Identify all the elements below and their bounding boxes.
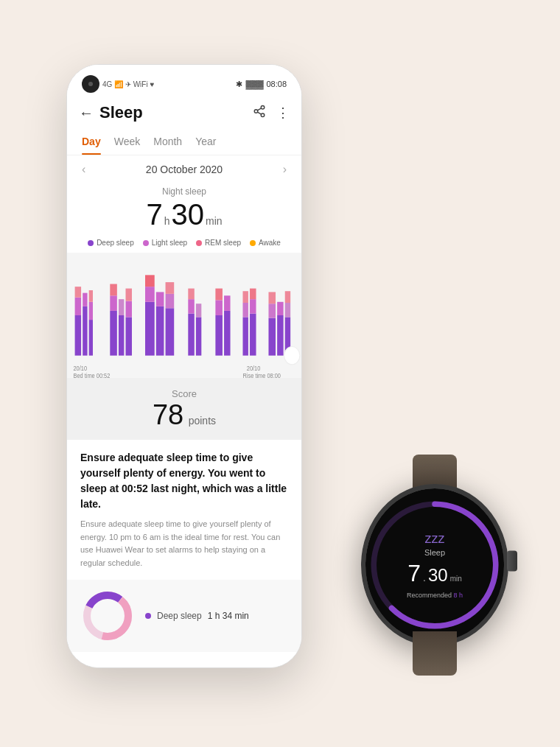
- svg-point-59: [284, 347, 300, 365]
- svg-rect-25: [145, 275, 155, 287]
- signal-text: 4G 📶 ✈ WiFi ♥: [102, 80, 154, 88]
- date-navigator: ‹ 20 October 2020 ›: [67, 155, 301, 183]
- svg-rect-8: [75, 298, 81, 315]
- donut-legend: Deep sleep 1 h 34 min: [145, 611, 249, 621]
- time-display: 08:08: [266, 80, 287, 88]
- deep-sleep-dot: [88, 240, 94, 246]
- tab-day[interactable]: Day: [82, 130, 101, 155]
- svg-rect-31: [188, 314, 194, 356]
- svg-rect-34: [196, 317, 201, 355]
- watch-hours: 7: [407, 560, 421, 587]
- rem-sleep-dot: [196, 240, 202, 246]
- svg-rect-7: [75, 315, 81, 356]
- watch-minutes: 30: [428, 565, 448, 586]
- tab-year[interactable]: Year: [195, 130, 216, 155]
- svg-rect-44: [250, 314, 256, 356]
- svg-point-2: [254, 109, 258, 113]
- page-title: Sleep: [99, 103, 253, 122]
- status-bar: 4G 📶 ✈ WiFi ♥ ✱ ▓▓▓ 08:08: [67, 65, 301, 99]
- svg-rect-26: [156, 306, 164, 356]
- svg-point-1: [261, 105, 265, 109]
- svg-rect-16: [110, 295, 117, 311]
- donut-deep-time: 1 h 34 min: [208, 611, 249, 621]
- svg-rect-24: [145, 287, 155, 302]
- svg-rect-29: [166, 294, 175, 308]
- svg-rect-19: [119, 299, 124, 315]
- svg-rect-40: [224, 295, 230, 311]
- svg-rect-39: [224, 311, 230, 356]
- tab-month[interactable]: Month: [153, 130, 182, 155]
- back-button[interactable]: ←: [79, 105, 94, 122]
- more-button[interactable]: ⋮: [276, 105, 290, 121]
- watch-body: zzz Sleep 7 . 30 min Recommended 8 h: [361, 484, 508, 646]
- donut-deep-label: Deep sleep: [157, 611, 202, 621]
- svg-rect-43: [243, 291, 248, 303]
- svg-rect-38: [215, 289, 223, 301]
- svg-rect-17: [110, 284, 117, 296]
- watch-min-unit: min: [450, 575, 462, 583]
- battery-icon: ▓▓▓: [245, 80, 263, 88]
- watch-time-display: 7 . 30 min: [407, 560, 462, 587]
- svg-point-3: [261, 113, 265, 117]
- awake-dot: [250, 240, 256, 246]
- prev-date-button[interactable]: ‹: [82, 163, 85, 176]
- watch-sleep-label: Sleep: [424, 548, 445, 557]
- description-section: Ensure adequate sleep time to give yours…: [67, 440, 301, 580]
- svg-text:Bed time 00:52: Bed time 00:52: [73, 373, 110, 378]
- svg-rect-28: [166, 308, 175, 355]
- scene: 4G 📶 ✈ WiFi ♥ ✱ ▓▓▓ 08:08 ← Sleep: [22, 35, 538, 712]
- app-header: ← Sleep ⋮: [67, 99, 301, 130]
- score-label: Score: [82, 388, 287, 399]
- donut-section: Deep sleep 1 h 34 min: [67, 580, 301, 652]
- svg-rect-9: [75, 287, 81, 298]
- next-date-button[interactable]: ›: [283, 163, 287, 176]
- legend-awake: Awake: [250, 239, 281, 247]
- svg-text:20/10: 20/10: [247, 365, 261, 373]
- smartwatch: zzz Sleep 7 . 30 min Recommended 8 h: [346, 462, 523, 668]
- svg-rect-46: [250, 289, 256, 300]
- svg-rect-45: [250, 299, 256, 313]
- legend-rem: REM sleep: [196, 239, 241, 247]
- svg-rect-48: [268, 304, 276, 318]
- watch-screen: zzz Sleep 7 . 30 min Recommended 8 h: [365, 488, 504, 642]
- watch-band-bottom: [413, 631, 457, 676]
- svg-rect-37: [215, 300, 223, 315]
- current-date: 20 October 2020: [146, 164, 223, 175]
- legend-deep: Deep sleep: [88, 239, 134, 247]
- share-button[interactable]: [253, 105, 266, 122]
- score-unit: points: [189, 415, 216, 427]
- svg-rect-6: [67, 253, 301, 378]
- svg-rect-23: [145, 302, 155, 356]
- svg-rect-50: [277, 315, 283, 356]
- tab-week[interactable]: Week: [114, 130, 141, 155]
- svg-rect-20: [126, 317, 132, 355]
- camera: [82, 75, 99, 93]
- watch-sleep-icon: zzz: [425, 531, 445, 547]
- rem-sleep-label: REM sleep: [205, 239, 241, 247]
- svg-rect-33: [188, 289, 194, 300]
- svg-rect-12: [89, 320, 93, 356]
- sleep-legend: Deep sleep Light sleep REM sleep Awake: [67, 233, 301, 253]
- svg-rect-30: [166, 282, 175, 294]
- svg-line-4: [257, 112, 261, 114]
- hours-unit: h: [164, 215, 170, 227]
- svg-rect-27: [156, 292, 164, 306]
- svg-line-5: [257, 108, 261, 110]
- svg-point-0: [88, 82, 93, 86]
- sleep-header: Night sleep 7 h 30 min: [67, 183, 301, 233]
- svg-rect-14: [89, 290, 93, 302]
- svg-rect-13: [89, 302, 93, 320]
- light-sleep-label: Light sleep: [152, 239, 187, 247]
- svg-rect-51: [277, 302, 283, 315]
- svg-rect-15: [110, 311, 117, 356]
- score-display: 78 points: [82, 399, 287, 431]
- svg-rect-21: [126, 301, 132, 318]
- score-value: 78: [153, 399, 183, 430]
- header-actions: ⋮: [253, 105, 290, 122]
- svg-rect-53: [285, 303, 290, 317]
- bluetooth-icon: ✱: [236, 80, 242, 89]
- tabs-bar: Day Week Month Year: [67, 130, 301, 155]
- svg-rect-35: [196, 304, 201, 317]
- svg-rect-36: [215, 315, 223, 356]
- donut-chart: [82, 590, 133, 642]
